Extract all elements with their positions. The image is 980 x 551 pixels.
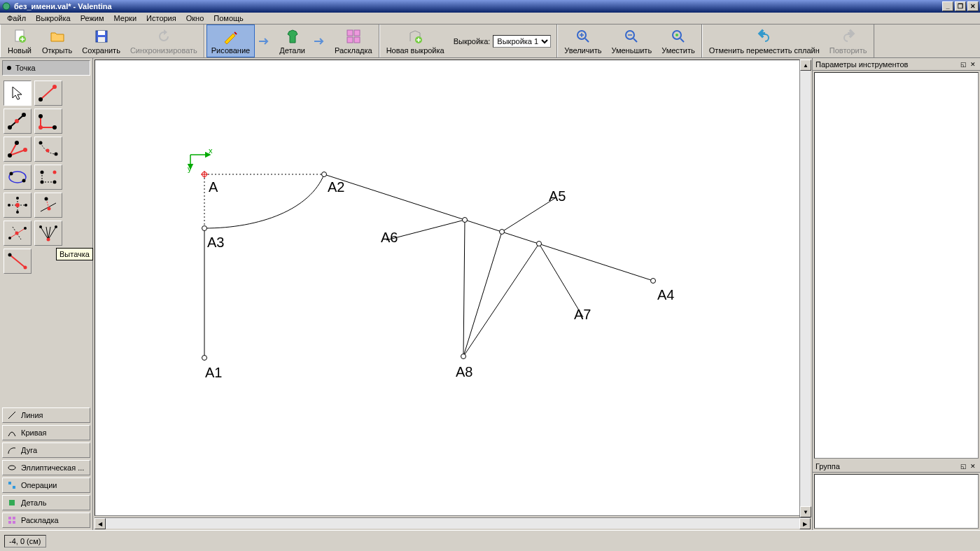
tool-height[interactable] <box>34 193 62 218</box>
category-point[interactable]: Точка <box>2 60 90 76</box>
zoom-out-icon <box>623 28 640 45</box>
category-arc[interactable]: Дуга <box>2 442 90 458</box>
scroll-up-button[interactable]: ▲ <box>800 60 811 71</box>
tool-intersect[interactable] <box>4 193 31 218</box>
menu-file[interactable]: Файл <box>3 13 30 23</box>
close-button[interactable]: ✕ <box>967 1 979 11</box>
svg-point-14 <box>676 34 678 36</box>
category-line[interactable]: Линия <box>2 407 90 423</box>
svg-point-19 <box>8 125 12 130</box>
window-title: без_имени.val* - Valentina <box>14 2 942 11</box>
panel-header: Группа ◱ ✕ <box>813 460 980 473</box>
main-area: Точка Вытачка <box>0 58 980 530</box>
detail-icon <box>7 498 17 508</box>
horizontal-scrollbar[interactable]: ◀ ▶ <box>94 517 811 529</box>
menu-help[interactable]: Помощь <box>209 13 248 23</box>
svg-rect-58 <box>13 517 15 519</box>
window-buttons: _ ❐ ✕ <box>942 1 979 11</box>
panel-undock-button[interactable]: ◱ <box>959 60 967 69</box>
scroll-right-button[interactable]: ▶ <box>799 518 811 529</box>
scroll-left-button[interactable]: ◀ <box>94 518 106 529</box>
sync-button[interactable]: Синхронизировать <box>125 25 202 57</box>
pattern-selector: Выкройка: Выкройка 1 <box>449 25 556 57</box>
tool-endpoint[interactable] <box>34 81 62 106</box>
svg-point-0 <box>3 3 10 10</box>
svg-line-53 <box>8 412 15 419</box>
arrow-icon <box>255 25 274 57</box>
pattern-select[interactable]: Выкройка 1 <box>493 35 551 48</box>
tool-along-line[interactable] <box>4 109 31 134</box>
tool-dart[interactable]: Вытачка <box>34 221 62 246</box>
zoom-fit-icon <box>670 28 687 45</box>
zoom-in-button[interactable]: Увеличить <box>559 25 606 57</box>
svg-point-43 <box>45 197 48 201</box>
svg-point-24 <box>52 125 57 130</box>
layout-mode-button[interactable]: Раскладка <box>330 25 377 57</box>
svg-rect-7 <box>354 30 360 36</box>
svg-text:A2: A2 <box>328 179 344 195</box>
right-panel: Параметры инструментов ◱ ✕ Группа ◱ ✕ <box>812 58 980 530</box>
tool-triangle[interactable] <box>34 165 62 190</box>
tool-pointer[interactable] <box>4 81 31 106</box>
zoom-in-icon <box>575 28 592 45</box>
svg-point-40 <box>16 211 19 214</box>
category-detail[interactable]: Деталь <box>2 495 90 510</box>
tool-shoulder[interactable] <box>34 137 62 162</box>
menu-mode[interactable]: Режим <box>76 13 108 23</box>
undo-button[interactable]: Отменить переместить сплайн <box>704 25 825 57</box>
canvas-viewport[interactable]: xyAA1A2A3A4A5A6A7A8 <box>94 60 811 516</box>
svg-point-35 <box>53 171 57 174</box>
save-button[interactable]: Сохранить <box>77 25 125 57</box>
svg-rect-57 <box>8 517 11 519</box>
drawing-canvas[interactable]: xyAA1A2A3A4A5A6A7A8 <box>95 60 802 516</box>
svg-text:A1: A1 <box>205 365 222 380</box>
svg-point-39 <box>16 197 19 200</box>
svg-rect-8 <box>347 37 353 43</box>
svg-text:A5: A5 <box>549 188 566 204</box>
zoom-out-button[interactable]: Уменьшить <box>606 25 657 57</box>
vertical-scrollbar[interactable]: ▲ ▼ <box>799 60 811 517</box>
panel-body-group <box>814 474 979 529</box>
svg-point-49 <box>55 225 57 228</box>
tool-line-intersect-axis[interactable] <box>4 221 31 246</box>
minimize-button[interactable]: _ <box>942 1 953 11</box>
tool-point-xy[interactable] <box>4 249 31 274</box>
tool-normal[interactable] <box>34 109 62 134</box>
redo-button[interactable]: Повторить <box>825 25 872 57</box>
scroll-down-button[interactable]: ▼ <box>800 506 811 517</box>
svg-point-38 <box>15 203 20 207</box>
pencil-ruler-icon <box>222 28 239 45</box>
line-icon <box>7 410 17 420</box>
panel-close-button[interactable]: ✕ <box>969 462 977 470</box>
menu-history[interactable]: История <box>142 13 181 23</box>
category-curve[interactable]: Кривая <box>2 425 90 440</box>
panel-close-button[interactable]: ✕ <box>969 60 977 69</box>
svg-point-90 <box>463 218 468 223</box>
category-elliptic[interactable]: Эллиптическая ... <box>2 460 90 475</box>
details-mode-button[interactable]: Детали <box>274 25 310 57</box>
new-button[interactable]: Новый <box>2 25 37 57</box>
draw-mode-button[interactable]: Рисование <box>206 25 255 57</box>
panel-undock-button[interactable]: ◱ <box>959 462 967 470</box>
svg-rect-56 <box>13 486 15 489</box>
menu-measures[interactable]: Мерки <box>110 13 141 23</box>
zoom-fit-button[interactable]: Уместить <box>657 25 700 57</box>
category-layout[interactable]: Раскладка <box>2 512 90 528</box>
arrow-icon <box>310 25 330 57</box>
tool-contact[interactable] <box>4 165 31 190</box>
open-button[interactable]: Открыть <box>37 25 77 57</box>
menu-window[interactable]: Окно <box>182 13 209 23</box>
tool-bisector[interactable] <box>4 137 31 162</box>
svg-rect-55 <box>8 482 11 484</box>
svg-point-28 <box>39 141 43 145</box>
menubar: Файл Выкройка Режим Мерки История Окно П… <box>0 13 980 25</box>
point-tools-grid: Вытачка <box>2 78 90 277</box>
menu-pattern[interactable]: Выкройка <box>31 13 75 23</box>
svg-rect-9 <box>354 37 360 43</box>
undo-icon <box>756 28 773 45</box>
category-operations[interactable]: Операции <box>2 477 90 493</box>
new-pattern-button[interactable]: Новая выкройка <box>382 25 449 57</box>
layout2-icon <box>7 515 17 525</box>
maximize-button[interactable]: ❐ <box>955 1 966 11</box>
tool-icon <box>38 168 59 186</box>
